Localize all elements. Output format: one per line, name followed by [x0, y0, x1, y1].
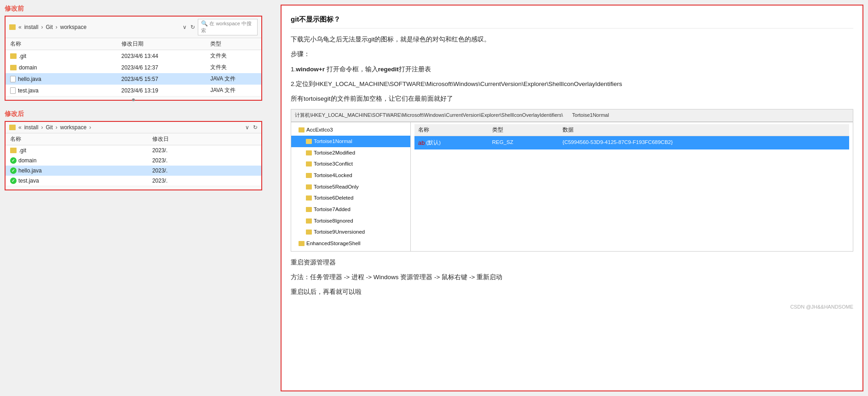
file-name: domain — [18, 157, 36, 164]
dropdown-icon[interactable]: ∨ — [183, 24, 187, 30]
regedit-table: 名称 类型 数据 ab(默认)REG_SZ{C5994560-53D9-4125… — [414, 124, 849, 149]
search-box[interactable]: 🔍 在 workspace 中搜索 — [198, 19, 258, 35]
tree-item-label: Tortoise5ReadOnly — [314, 182, 359, 192]
tree-item[interactable]: Tortoise9Unversioned — [291, 226, 410, 238]
refresh-icon[interactable]: ↻ — [190, 24, 195, 30]
table-row[interactable]: ✓test.java2023/. — [6, 176, 261, 186]
file-name: hello.java — [18, 167, 42, 174]
folder-icon — [10, 53, 17, 59]
step1-text: 打开命令框，输入 — [325, 66, 378, 73]
after-addressbar: « install › Git › workspace › ∨ ↻ — [6, 122, 261, 133]
table-row[interactable]: .git2023/4/6 13:44文件夹 — [6, 50, 261, 62]
breadcrumb-install[interactable]: install — [24, 24, 39, 30]
after-breadcrumb-install[interactable]: install — [24, 124, 39, 131]
tree-item[interactable]: Tortoise8Ignored — [291, 215, 410, 227]
reg-col-name: 名称 — [414, 124, 489, 136]
after-breadcrumb-git[interactable]: Git — [46, 124, 52, 131]
tree-item-label: Tortoise8Ignored — [314, 216, 353, 226]
folder-icon — [10, 65, 17, 70]
before-file-table: 名称 修改日期 类型 .git2023/4/6 13:44文件夹domain20… — [6, 38, 261, 96]
file-type: 文件夹 — [206, 50, 261, 62]
after-refresh-icon[interactable]: ↻ — [253, 124, 258, 131]
right-panel: git不显示图标？ 下载完小乌龟之后无法显示git的图标，就是绿色的对勾和红色的… — [281, 5, 863, 391]
after-addr-controls: ∨ ↻ — [245, 124, 258, 131]
table-row[interactable]: test.java2023/4/6 13:19JAVA 文件 — [6, 85, 261, 96]
after-label: 修改后 — [5, 110, 276, 118]
tree-item[interactable]: Tortoise5ReadOnly — [291, 181, 410, 193]
file-name: .git — [19, 147, 26, 154]
step1-text2: 打开注册表 — [399, 66, 431, 73]
after-explorer-footer — [6, 186, 261, 189]
breadcrumb-git[interactable]: Git — [46, 24, 52, 30]
step2: 2.定位到HKEY_LOCAL_MACHINE\SOFTWARE\Microso… — [291, 79, 853, 105]
watermark: CSDN @JH&&HANDSOME — [291, 303, 853, 312]
after-sep3: › — [89, 124, 91, 131]
tree-item-label: Tortoise6Deleted — [314, 193, 353, 203]
table-row[interactable]: .git2023/. — [6, 145, 261, 156]
tree-item-label: Tortoise2Modified — [314, 148, 355, 158]
doc-icon — [10, 76, 16, 82]
tree-item-label: Tortoise3Conflict — [314, 159, 353, 169]
file-date: 2023/. — [148, 145, 261, 156]
tree-item[interactable]: EnhancedStorageShell — [291, 238, 410, 249]
tree-item[interactable]: Tortoise2Modified — [291, 147, 410, 159]
file-date: 2023/. — [148, 155, 261, 166]
table-row[interactable]: domain2023/4/6 12:37文件夹 — [6, 62, 261, 73]
breadcrumb-sep-after: « — [18, 124, 22, 131]
after-dropdown-icon[interactable]: ∨ — [245, 124, 249, 131]
folder-icon — [10, 148, 17, 153]
regedit-path-text: 计算机\HKEY_LOCAL_MACHINE\SOFTWARE\Microsof… — [295, 111, 563, 120]
tree-item-label: Tortoise4Locked — [314, 171, 352, 180]
tree-item[interactable]: Tortoise6Deleted — [291, 192, 410, 204]
regedit-path-bar: 计算机\HKEY_LOCAL_MACHINE\SOFTWARE\Microsof… — [291, 109, 853, 122]
tree-folder-icon — [306, 195, 312, 201]
reg-name-text: (默认) — [426, 138, 441, 148]
file-name: test.java — [18, 178, 39, 184]
tree-item-label: EnhancedStorageShell — [306, 239, 361, 248]
regedit-row[interactable]: ab(默认)REG_SZ{C5994560-53D9-4125-87C9-F19… — [414, 136, 849, 149]
tree-folder-icon — [299, 127, 305, 132]
tree-folder-icon — [299, 241, 305, 246]
tree-item-label: Tortoise9Unversioned — [314, 227, 365, 237]
sep2: › — [56, 24, 57, 30]
search-placeholder: 在 workspace 中搜索 — [201, 21, 252, 33]
after-file-table: 名称 修改日 .git2023/.✓domain2023/.✓hello.jav… — [6, 133, 261, 186]
search-icon: 🔍 — [201, 20, 208, 27]
tree-item[interactable]: AccExtIco3 — [291, 124, 410, 136]
steps-label: 步骤： — [291, 49, 853, 60]
overlay-icon: ✓ — [10, 157, 17, 164]
after-explorer: « install › Git › workspace › ∨ ↻ 名称 修改日 — [5, 121, 262, 190]
bottom-text: 重启资源管理器 方法：任务管理器 -> 进程 -> Windows 资源管理器 … — [291, 257, 853, 298]
folder-icon — [9, 24, 16, 30]
after-breadcrumb-workspace[interactable]: workspace — [60, 124, 86, 131]
before-section: 修改前 « install › Git › workspace ∨ ↻ 🔍 在 … — [5, 5, 276, 101]
addr-controls: ∨ ↻ — [183, 24, 195, 30]
tree-item[interactable]: Tortoise7Added — [291, 204, 410, 215]
table-row[interactable]: hello.java2023/4/5 15:57JAVA 文件 — [6, 73, 261, 85]
explorer-footer — [6, 96, 261, 100]
step1-bold2: regedit — [378, 66, 399, 73]
step1-prefix: 1. — [291, 66, 296, 73]
after-sep2: › — [56, 124, 57, 131]
breadcrumb-sep1: « — [18, 24, 22, 30]
tree-folder-icon — [306, 161, 312, 166]
tree-folder-icon — [306, 139, 312, 144]
file-date: 2023/4/5 15:57 — [117, 73, 206, 85]
tree-item[interactable]: Tortoise4Locked — [291, 170, 410, 181]
file-date: 2023/4/6 13:19 — [117, 85, 206, 96]
after-sep1: › — [41, 124, 43, 131]
tree-item[interactable]: Tortoise1Normal — [291, 136, 410, 147]
regedit-path-right: Tortoise1Normal — [572, 111, 609, 120]
table-row[interactable]: ✓hello.java2023/. — [6, 166, 261, 176]
regedit-container: AccExtIco3Tortoise1NormalTortoise2Modifi… — [291, 122, 853, 252]
left-panel: 修改前 « install › Git › workspace ∨ ↻ 🔍 在 … — [5, 5, 276, 391]
file-name: domain — [19, 64, 37, 71]
step2-sub: 所有tortoisegit的文件前面加空格，让它们在最前面就好了 — [291, 93, 853, 104]
file-name-cell: hello.java — [6, 73, 117, 85]
tree-item[interactable]: Tortoise3Conflict — [291, 158, 410, 170]
table-row[interactable]: ✓domain2023/. — [6, 155, 261, 166]
before-explorer: « install › Git › workspace ∨ ↻ 🔍 在 work… — [5, 16, 262, 101]
right-title: git不显示图标？ — [291, 13, 853, 29]
breadcrumb-workspace[interactable]: workspace — [60, 24, 86, 30]
after-section: 修改后 « install › Git › workspace › ∨ ↻ — [5, 110, 276, 190]
